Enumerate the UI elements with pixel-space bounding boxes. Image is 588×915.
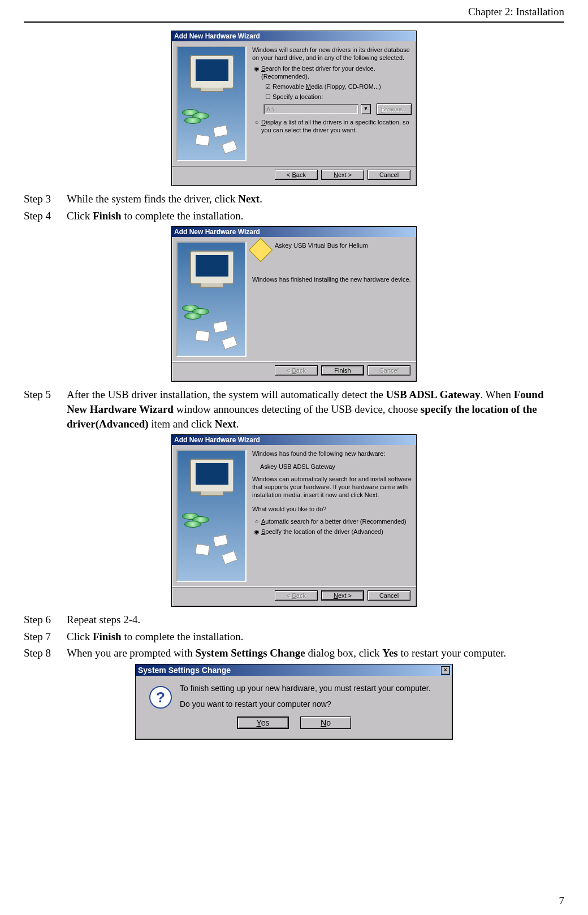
next-button[interactable]: Next > <box>321 590 364 601</box>
dialog-system-settings-change: System Settings Change × ? To finish set… <box>135 664 453 740</box>
combo-dropdown-icon[interactable]: ▼ <box>361 104 371 114</box>
figure-wizard-found: Add New Hardware Wizard Windows has foun… <box>24 434 564 607</box>
dialog-add-hardware-finish: Add New Hardware Wizard <box>171 226 417 382</box>
close-button[interactable]: × <box>441 666 450 675</box>
dialog-add-hardware-found: Add New Hardware Wizard Windows has foun… <box>171 434 417 607</box>
radio-unselected-icon: ○ <box>252 517 261 525</box>
titlebar-text: Add New Hardware Wizard <box>174 228 260 236</box>
button-row: < Back Next > Cancel <box>172 166 416 185</box>
device-icon <box>249 238 273 262</box>
step-label: Step 5 <box>24 387 67 431</box>
browse-button[interactable]: Browse... <box>377 103 412 115</box>
titlebar-text: Add New Hardware Wizard <box>174 436 260 444</box>
titlebar: Add New Hardware Wizard <box>172 227 416 237</box>
page-number: 7 <box>559 895 565 907</box>
dialog-body: Windows will search for new drivers in i… <box>172 41 416 166</box>
checkbox-checked-icon: ☑ <box>263 83 273 90</box>
radio-display-list[interactable]: ○ Display a list of all the drivers in a… <box>252 118 412 135</box>
step-3: Step 3 While the system finds the driver… <box>24 192 564 206</box>
finish-button[interactable]: Finish <box>321 365 364 376</box>
device-name: Askey USB Virtual Bus for Helium <box>275 241 368 249</box>
step-label: Step 8 <box>24 646 67 661</box>
step-label: Step 6 <box>24 612 67 627</box>
step-8: Step 8 When you are prompted with System… <box>24 646 564 661</box>
step-7: Step 7 Click Finish to complete the inst… <box>24 629 564 644</box>
checkbox-removable-media[interactable]: ☑ Removable Media (Floppy, CD-ROM...) <box>263 83 412 90</box>
next-button[interactable]: Next > <box>321 170 364 180</box>
cancel-button[interactable]: Cancel <box>368 365 410 376</box>
head-rule <box>24 21 564 23</box>
auto-text: Windows can automatically search for and… <box>252 475 412 499</box>
cancel-button[interactable]: Cancel <box>368 170 410 180</box>
location-row: A:\ ▼ Browse... <box>263 103 412 115</box>
device-name: Askey USB ADSL Gateway <box>260 463 412 471</box>
message-line-2: Do you want to restart your computer now… <box>180 700 431 709</box>
titlebar-text: System Settings Change <box>138 666 231 675</box>
titlebar: Add New Hardware Wizard <box>172 31 416 41</box>
step-6: Step 6 Repeat steps 2-4. <box>24 612 564 627</box>
figure-wizard-finish: Add New Hardware Wizard <box>24 226 564 382</box>
dialog-body: Windows has found the following new hard… <box>172 445 416 586</box>
running-head: Chapter 2: Installation <box>24 5 564 20</box>
dialog-content: Windows has found the following new hard… <box>252 450 412 582</box>
radio-specify[interactable]: ◉ Specify the location of the driver (Ad… <box>252 528 412 536</box>
step-label: Step 4 <box>24 209 67 223</box>
wizard-side-image <box>176 241 247 357</box>
intro-text: Windows will search for new drivers in i… <box>252 46 412 62</box>
location-combo[interactable]: A:\ <box>263 104 358 114</box>
yes-button[interactable]: Yes <box>237 717 289 729</box>
figure-wizard-search: Add New Hardware Wizard Windows will sea… <box>24 31 564 186</box>
dialog-content: Windows will search for new drivers in i… <box>252 46 412 161</box>
back-button[interactable]: < Back <box>275 590 318 601</box>
button-row: < Back Next > Cancel <box>172 586 416 606</box>
back-button[interactable]: < Back <box>275 365 318 376</box>
no-button[interactable]: No <box>300 717 351 729</box>
button-row: < Back Finish Cancel <box>172 361 416 381</box>
back-button[interactable]: < Back <box>275 170 318 180</box>
finish-text: Windows has finished installing the new … <box>252 275 412 283</box>
radio-search-best[interactable]: ◉ Search for the best driver for your de… <box>252 64 412 81</box>
step-body: When you are prompted with System Settin… <box>67 646 564 661</box>
button-row: Yes No <box>146 709 442 735</box>
dialog-add-hardware-search: Add New Hardware Wizard Windows will sea… <box>171 31 417 186</box>
titlebar: System Settings Change × <box>136 664 452 676</box>
step-5: Step 5 After the USB driver installation… <box>24 387 564 431</box>
dialog-body: ? To finish setting up your new hardware… <box>136 676 452 739</box>
radio-unselected-icon: ○ <box>252 118 261 126</box>
titlebar: Add New Hardware Wizard <box>172 435 416 445</box>
page: Chapter 2: Installation Add New Hardware… <box>0 0 588 915</box>
message-line-1: To finish setting up your new hardware, … <box>180 684 431 693</box>
step-body: After the USB driver installation, the s… <box>67 387 564 431</box>
step-label: Step 7 <box>24 629 67 644</box>
step-body: Click Finish to complete the installatio… <box>67 209 564 223</box>
found-text: Windows has found the following new hard… <box>252 450 412 458</box>
dialog-body: Askey USB Virtual Bus for Helium Windows… <box>172 237 416 361</box>
checkbox-specify-location[interactable]: ☐ Specify a location: <box>263 93 412 101</box>
message: To finish setting up your new hardware, … <box>180 684 431 709</box>
checkbox-unchecked-icon: ☐ <box>263 93 273 101</box>
dialog-content: Askey USB Virtual Bus for Helium Windows… <box>252 241 412 357</box>
radio-selected-icon: ◉ <box>252 528 261 536</box>
question-icon: ? <box>149 686 172 709</box>
titlebar-text: Add New Hardware Wizard <box>174 32 260 40</box>
radio-selected-icon: ◉ <box>252 64 261 72</box>
step-label: Step 3 <box>24 192 67 206</box>
radio-automatic[interactable]: ○ Automatic search for a better driver (… <box>252 517 412 525</box>
cancel-button[interactable]: Cancel <box>368 590 410 601</box>
figure-system-settings-change: System Settings Change × ? To finish set… <box>24 664 564 740</box>
prompt-text: What would you like to do? <box>252 505 412 513</box>
wizard-side-image <box>176 450 247 582</box>
step-body: Repeat steps 2-4. <box>67 612 564 627</box>
step-body: While the system finds the driver, click… <box>67 192 564 206</box>
wizard-side-image <box>176 46 247 161</box>
step-body: Click Finish to complete the installatio… <box>67 629 564 644</box>
step-4: Step 4 Click Finish to complete the inst… <box>24 209 564 223</box>
